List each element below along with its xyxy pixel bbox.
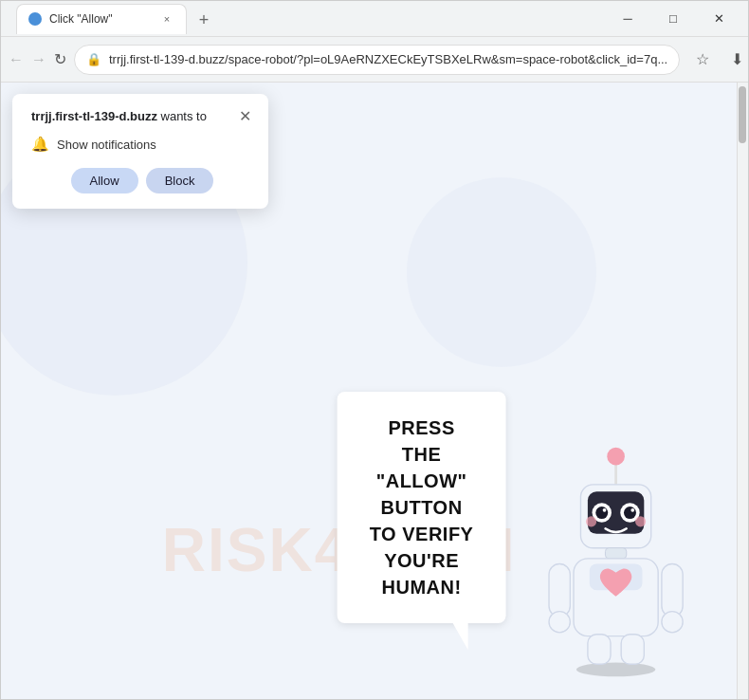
block-button[interactable]: Block (146, 168, 214, 193)
svg-point-9 (624, 507, 636, 519)
svg-point-0 (576, 662, 656, 676)
svg-rect-13 (605, 548, 626, 559)
svg-point-17 (549, 612, 570, 633)
scrollbar[interactable] (737, 83, 748, 699)
lock-icon: 🔒 (86, 52, 101, 66)
forward-button[interactable]: → (31, 45, 46, 75)
download-button[interactable]: ⬇ (722, 45, 749, 75)
active-tab[interactable]: Click "Allow" × (16, 4, 187, 34)
svg-point-2 (607, 448, 625, 466)
svg-rect-21 (621, 635, 644, 665)
svg-point-6 (595, 507, 608, 519)
url-bar[interactable]: 🔒 trrjj.first-tl-139-d.buzz/space-robot/… (74, 45, 680, 75)
svg-point-7 (603, 508, 607, 512)
popup-close-button[interactable]: ✕ (237, 109, 253, 124)
robot-area: PRESS THE "ALLOW" BUTTON TO VERIFY YOU'R… (338, 392, 711, 680)
svg-point-10 (630, 508, 634, 512)
svg-rect-16 (549, 563, 570, 617)
speech-text: PRESS THE "ALLOW" BUTTON TO VERIFY YOU'R… (368, 414, 476, 600)
tab-bar: Click "Allow" × + (9, 4, 602, 34)
new-tab-button[interactable]: + (191, 8, 217, 34)
refresh-button[interactable]: ↻ (54, 45, 66, 75)
popup-buttons: Allow Block (31, 168, 253, 193)
minimize-button[interactable]: ─ (606, 1, 649, 37)
address-bar: ← → ↻ 🔒 trrjj.first-tl-139-d.buzz/space-… (1, 37, 748, 83)
window-controls: ─ □ ✕ (606, 1, 740, 37)
title-bar: Click "Allow" × + ─ □ ✕ (1, 1, 748, 37)
browser-window: Click "Allow" × + ─ □ ✕ ← → ↻ 🔒 trrjj.fi… (0, 0, 749, 700)
tab-close-button[interactable]: × (159, 11, 174, 27)
bg-circle-right (407, 177, 596, 367)
svg-point-12 (635, 516, 646, 526)
bookmark-button[interactable]: ☆ (687, 45, 718, 75)
back-button[interactable]: ← (9, 45, 24, 75)
svg-rect-20 (588, 635, 611, 665)
popup-title: trrjj.first-tl-139-d.buzz wants to (31, 109, 207, 123)
tab-title: Click "Allow" (49, 12, 152, 26)
maximize-button[interactable]: □ (651, 1, 695, 37)
popup-site: trrjj.first-tl-139-d.buzz (31, 109, 157, 123)
url-actions: ☆ ⬇ 👤 ⋮ (687, 45, 749, 75)
bell-icon: 🔔 (31, 136, 49, 153)
popup-wants-to: wants to (157, 109, 207, 123)
tab-favicon (28, 12, 42, 26)
popup-notification-row: 🔔 Show notifications (31, 136, 253, 153)
svg-point-11 (586, 516, 596, 526)
scrollbar-thumb[interactable] (739, 86, 746, 143)
speech-bubble: PRESS THE "ALLOW" BUTTON TO VERIFY YOU'R… (338, 392, 506, 623)
page-content: RISK4.COM trrjj.first-tl-139-d.buzz want… (1, 83, 748, 699)
popup-header: trrjj.first-tl-139-d.buzz wants to ✕ (31, 109, 253, 124)
svg-rect-18 (662, 563, 683, 617)
notification-label: Show notifications (57, 138, 156, 152)
notification-popup: trrjj.first-tl-139-d.buzz wants to ✕ 🔔 S… (12, 94, 268, 209)
close-button[interactable]: ✕ (697, 1, 740, 37)
allow-button[interactable]: Allow (71, 168, 138, 193)
robot-figure (521, 433, 711, 680)
svg-point-19 (662, 612, 683, 633)
url-text: trrjj.first-tl-139-d.buzz/space-robot/?p… (109, 52, 667, 66)
